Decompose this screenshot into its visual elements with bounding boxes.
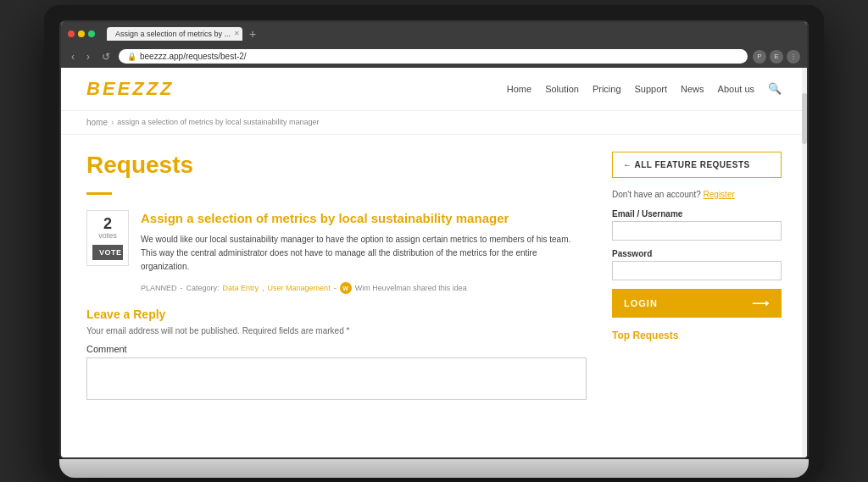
all-requests-label: ← ALL FEATURE REQUESTS (623, 160, 750, 169)
meta-dash: - (181, 284, 183, 292)
register-prompt: Don't have an account? Register (612, 190, 782, 199)
breadcrumb-home[interactable]: home (86, 118, 108, 127)
address-bar-row: ‹ › ↺ 🔒 beezzz.app/requests/best-2/ P E … (61, 46, 807, 68)
right-sidebar: ← ALL FEATURE REQUESTS Don't have an acc… (612, 152, 782, 404)
vote-count: 2 (92, 216, 123, 231)
laptop-base (59, 459, 809, 478)
email-input[interactable] (612, 221, 782, 241)
nav-news[interactable]: News (681, 84, 704, 94)
site-logo: BEEZZZ (86, 78, 175, 100)
forward-button[interactable]: › (83, 49, 93, 64)
breadcrumb-separator: › (111, 118, 114, 127)
back-button[interactable]: ‹ (68, 49, 78, 64)
vote-wrapper: 2 votes VOTE (86, 210, 129, 266)
refresh-button[interactable]: ↺ (98, 49, 114, 64)
scrollbar-thumb[interactable] (802, 93, 807, 144)
arrow-right-icon: ⟶ (752, 296, 770, 310)
breadcrumb-area: home › assign a selection of metrics by … (61, 111, 807, 135)
scrollbar[interactable] (802, 68, 807, 457)
author-avatar: W (340, 282, 352, 294)
meta-category-label: Category: (186, 284, 220, 292)
password-input[interactable] (612, 261, 782, 280)
nav-links: Home Solution Pricing Support News About… (507, 82, 782, 95)
breadcrumb: home › assign a selection of metrics by … (86, 118, 782, 127)
vote-label: votes (92, 231, 123, 240)
page-title: Requests (86, 152, 587, 179)
comment-label: Comment (86, 344, 587, 354)
request-body: We would like our local sustainability m… (141, 233, 587, 274)
request-content: Assign a selection of metrics by local s… (141, 210, 587, 295)
reply-section: Leave a Reply Your email address will no… (86, 307, 587, 403)
password-label: Password (612, 249, 782, 258)
category-user-management[interactable]: User Management (268, 284, 331, 292)
tab-close-icon[interactable]: ✕ (234, 30, 240, 37)
reply-note: Your email address will not be published… (86, 326, 587, 335)
login-label: LOGIN (624, 298, 658, 308)
category-data-entry[interactable]: Data Entry (223, 284, 259, 292)
comment-input[interactable] (86, 357, 587, 400)
request-card: 2 votes VOTE Assign a selection of metri… (86, 210, 587, 295)
new-tab-button[interactable]: + (246, 27, 259, 41)
register-link[interactable]: Register (704, 190, 735, 199)
login-button[interactable]: LOGIN ⟶ (612, 289, 782, 318)
maximize-btn[interactable] (88, 30, 95, 37)
lock-icon: 🔒 (127, 53, 136, 61)
nav-home[interactable]: Home (507, 84, 531, 94)
meta-status: PLANNED (141, 284, 177, 292)
browser-chrome: Assign a selection of metrics by ... ✕ + (61, 22, 807, 46)
search-icon[interactable]: 🔍 (768, 82, 782, 95)
meta-dash2: - (334, 284, 337, 292)
email-label: Email / Username (612, 209, 782, 219)
tab-bar: Assign a selection of metrics by ... ✕ + (107, 27, 800, 41)
dont-have-account-text: Don't have an account? (612, 190, 701, 199)
profile-icon[interactable]: P (753, 50, 766, 64)
active-tab[interactable]: Assign a selection of metrics by ... ✕ (107, 27, 242, 41)
all-requests-button[interactable]: ← ALL FEATURE REQUESTS (612, 152, 782, 178)
close-btn[interactable] (68, 30, 75, 37)
vote-button[interactable]: VOTE (92, 245, 123, 260)
nav-pricing[interactable]: Pricing (593, 84, 621, 94)
browser-toolbar-icons: P E ⋮ (753, 50, 800, 64)
address-bar[interactable]: 🔒 beezzz.app/requests/best-2/ (119, 49, 748, 64)
comma: , (262, 284, 264, 292)
tab-title: Assign a selection of metrics by ... (115, 30, 231, 38)
left-column: Requests 2 votes VOTE Assign a sele (86, 152, 587, 404)
site-nav: BEEZZZ Home Solution Pricing Support New… (61, 68, 807, 111)
main-area: Requests 2 votes VOTE Assign a sele (61, 135, 807, 421)
page-content: BEEZZZ Home Solution Pricing Support New… (61, 68, 807, 457)
window-controls (68, 30, 95, 37)
breadcrumb-current: assign a selection of metrics by local s… (117, 118, 319, 126)
url-text: beezzz.app/requests/best-2/ (140, 52, 247, 61)
extensions-icon[interactable]: E (770, 50, 783, 64)
meta-author: Wim Heuvelman shared this idea (355, 284, 467, 292)
reply-title: Leave a Reply (86, 307, 587, 321)
menu-icon[interactable]: ⋮ (787, 50, 800, 64)
top-requests-title: Top Requests (612, 330, 782, 341)
request-title: Assign a selection of metrics by local s… (141, 210, 587, 227)
nav-support[interactable]: Support (635, 84, 668, 94)
minimize-btn[interactable] (78, 30, 85, 37)
request-meta: PLANNED - Category: Data Entry, User Man… (141, 282, 587, 294)
page-title-underline (86, 192, 112, 195)
nav-solution[interactable]: Solution (545, 84, 579, 94)
vote-box: 2 votes VOTE (86, 210, 129, 295)
nav-about[interactable]: About us (718, 84, 754, 94)
